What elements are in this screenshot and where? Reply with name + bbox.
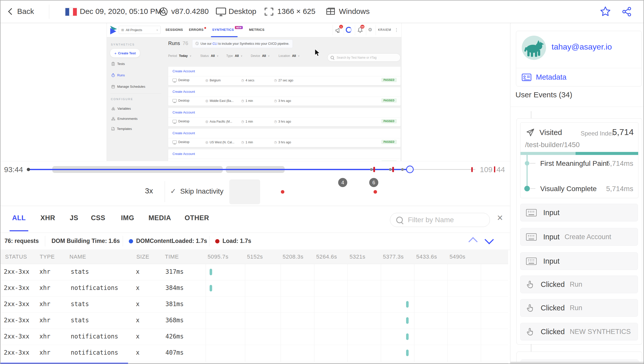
network-filter-field[interactable] — [407, 216, 482, 224]
browser-version: v87.0.4280 — [171, 7, 209, 16]
network-row[interactable]: 2xx-3xx xhr stats x 368ms — [1, 312, 508, 329]
filter-period[interactable]: Period Today ∨ — [168, 54, 191, 58]
jump-previous-button[interactable] — [468, 237, 478, 246]
app-tab-metrics[interactable]: METRICS — [249, 28, 264, 32]
location-pin-icon: ◎ — [205, 78, 208, 82]
test-search-field[interactable] — [336, 56, 395, 60]
app-user-name[interactable]: KRAIEM — [378, 28, 391, 32]
user-event-input[interactable]: Input Create Account — [520, 228, 638, 246]
navigate-icon — [526, 128, 535, 137]
issue-marker[interactable] — [392, 167, 394, 172]
chevron-down-icon: ∨ — [190, 55, 191, 57]
run-card-title[interactable]: Create Account — [172, 131, 195, 135]
cli-info-banner: ⓘ Use our CLI to include your Synthetics… — [192, 39, 293, 48]
app-sidebar-item-variables[interactable]: Variables — [111, 107, 131, 110]
app-tab-synthetics[interactable]: SYNTHETICS — [212, 28, 234, 32]
network-tab-all[interactable]: ALL — [12, 214, 26, 222]
app-sidebar-item-manage-schedules[interactable]: Manage Schedules — [111, 85, 145, 88]
network-tab-css[interactable]: CSS — [91, 214, 105, 222]
metric-dot — [524, 186, 530, 191]
network-tab-xhr[interactable]: XHR — [40, 214, 55, 222]
network-row[interactable]: 2xx-3xx xhr notifications x 426ms — [1, 329, 508, 345]
app-sidebar-item-templates[interactable]: Templates — [111, 127, 132, 131]
app-sidebar-item-environments[interactable]: Environments — [111, 117, 137, 121]
metric-name: First Meaningful Paint — [540, 160, 609, 168]
new-badge: NEW — [235, 26, 243, 29]
events-alert-dot — [374, 190, 377, 194]
speed-toggle[interactable]: 3x — [145, 187, 153, 195]
network-tab-media[interactable]: MEDIA — [148, 214, 171, 222]
cli-link[interactable]: CLI — [212, 42, 217, 46]
share-icon[interactable] — [621, 6, 632, 17]
timeline-progress[interactable] — [28, 169, 410, 170]
time-tick: 5264.6s — [316, 254, 337, 260]
app-tab-errors[interactable]: ERRORS — [189, 28, 204, 32]
back-label[interactable]: Back — [17, 7, 34, 16]
user-event-input[interactable]: Input — [520, 252, 638, 270]
user-event-clicked[interactable]: Clicked Run — [520, 276, 638, 293]
network-filter-input[interactable] — [390, 213, 490, 227]
user-email[interactable]: tahay@asayer.io — [552, 42, 612, 52]
event-marker[interactable] — [389, 168, 392, 171]
active-tool-highlight — [229, 179, 260, 204]
event-marker[interactable] — [401, 168, 404, 171]
end-time-seconds: 44 — [497, 165, 505, 174]
issue-marker[interactable] — [471, 167, 473, 172]
user-event-clicked[interactable]: Clicked Run — [520, 299, 638, 317]
network-row[interactable]: 2xx-3xx xhr notifications x 407ms — [1, 345, 508, 361]
variables-icon — [111, 107, 115, 110]
id-card-icon — [522, 74, 531, 81]
event-marker[interactable] — [370, 168, 373, 171]
user-event-input[interactable]: Input — [520, 204, 638, 221]
network-tab-img[interactable]: IMG — [121, 214, 134, 222]
device-icon — [172, 99, 177, 102]
settings-gear-icon[interactable]: ⚙ — [368, 27, 372, 33]
jump-next-button[interactable] — [485, 235, 494, 244]
sidebar-scrollbar[interactable] — [510, 362, 644, 364]
current-time-label: 93:44 — [4, 165, 23, 174]
filter-status[interactable]: Status All ∨ — [200, 54, 218, 58]
metadata-button[interactable]: Metadata — [522, 73, 566, 81]
close-panel-button[interactable]: × — [497, 212, 503, 223]
status-badge: PASSED — [381, 140, 397, 144]
kebab-menu-icon[interactable]: ⋮ — [394, 27, 399, 33]
timeline-scrubber[interactable] — [406, 166, 414, 173]
filter-device[interactable]: Device All ∨ — [251, 54, 270, 58]
info-icon: ⓘ — [195, 41, 199, 46]
test-search-input[interactable] — [327, 53, 401, 62]
network-tab-js[interactable]: JS — [70, 214, 78, 222]
visited-event-card[interactable]: Visited Speed Index 5,714 /test-builder/… — [520, 122, 638, 198]
end-time-minutes: 109 — [480, 165, 492, 174]
run-card-title[interactable]: Create Account — [172, 90, 195, 94]
run-card[interactable]: Create Account Desktop ◎Belgium ◷4 secs … — [168, 67, 401, 85]
skip-inactivity-toggle[interactable]: ✓ Skip Inactivity — [170, 187, 224, 195]
run-card[interactable]: Create Account Desktop ◎Middle East (Ba.… — [168, 87, 401, 106]
filter-type[interactable]: Type All ∨ — [226, 54, 242, 58]
chevron-down-icon: ∨ — [298, 55, 300, 57]
project-selector[interactable]: ⊞ All Projects ∨ — [119, 26, 161, 34]
back-button[interactable] — [9, 9, 14, 15]
run-card[interactable]: Create Account Desktop PASSED — [168, 149, 401, 161]
status-badge: PASSED — [381, 78, 397, 82]
app-tab-sessions[interactable]: SESSIONS — [165, 28, 183, 32]
check-icon: ✓ — [170, 187, 176, 195]
network-row[interactable]: 2xx-3xx xhr notifications x 384ms — [1, 280, 508, 297]
create-test-button[interactable]: + Create Test — [110, 49, 140, 58]
issue-marker[interactable] — [373, 167, 375, 172]
chevron-down-icon: ∨ — [217, 55, 218, 57]
user-event-clicked[interactable]: Clicked NEW SYNTHETICS — [520, 323, 638, 340]
user-card: tahay@asayer.io Metadata — [516, 31, 642, 86]
network-row[interactable]: 2xx-3xx xhr stats x 317ms — [1, 264, 508, 280]
run-card[interactable]: Create Account Desktop ◎US West (N. Cal.… — [168, 129, 401, 147]
network-row[interactable]: 2xx-3xx xhr stats x 381ms — [1, 296, 508, 313]
filter-location[interactable]: Location All ∨ — [279, 54, 300, 58]
run-card-title[interactable]: Create Account — [172, 69, 195, 73]
run-card-title[interactable]: Create Account — [172, 152, 195, 156]
run-card[interactable]: Create Account Desktop ◎Asia Pacific (M.… — [168, 108, 401, 126]
app-sidebar-item-runs[interactable]: Runs — [111, 73, 125, 77]
run-card-title[interactable]: Create Account — [172, 110, 195, 114]
favorite-star-icon[interactable] — [600, 6, 611, 17]
app-sidebar-item-tests[interactable]: Tests — [111, 62, 125, 66]
horizontal-scrollbar-thumb[interactable] — [1, 363, 128, 364]
network-tab-other[interactable]: OTHER — [185, 214, 209, 222]
